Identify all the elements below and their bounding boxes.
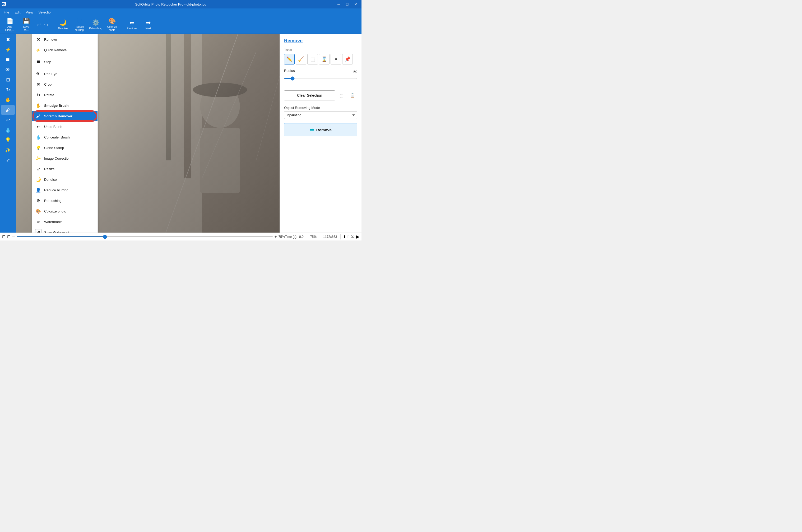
undo-button[interactable]: ↩ [36, 21, 42, 28]
redo-button[interactable]: ↪ [43, 21, 50, 28]
minimize-button[interactable]: ─ [335, 1, 342, 8]
left-tool-stop[interactable]: ⏹ [1, 55, 15, 64]
clone-stamp-icon: 💡 [35, 145, 41, 151]
menu-item-resize[interactable]: ⤢ Resize [32, 164, 97, 174]
zoom-slider[interactable] [17, 236, 273, 237]
status-crop-icon[interactable]: ⊡ [7, 234, 11, 239]
retouching-button[interactable]: ⚙️ Retouching [88, 17, 103, 33]
add-files-button[interactable]: 📄 AddFile(s)... [2, 17, 17, 33]
reduce-blurring-button[interactable]: 👤 Reduceblurring [72, 17, 87, 33]
status-select-icon[interactable]: ⊡ [2, 234, 5, 239]
mode-select[interactable]: Inpainting Content Aware Pattern Fill [284, 111, 357, 119]
save-selection-button[interactable]: ⬚ [337, 91, 346, 100]
menu-item-undo-brush[interactable]: ↩ Undo Brush [32, 121, 97, 132]
menu-item-remove[interactable]: ✖ Remove [32, 34, 97, 45]
left-tool-remove[interactable]: ✖ [1, 35, 15, 44]
twitter-button[interactable]: 𝕏 [351, 234, 354, 239]
menu-item-retouching[interactable]: ⚙ Retouching [32, 195, 97, 206]
left-tool-red-eye[interactable]: 👁 [1, 65, 15, 75]
load-selection-button[interactable]: 📋 [348, 91, 357, 100]
left-tool-scratch-remover[interactable]: 🖌 [1, 105, 15, 115]
previous-icon: ⬅ [130, 19, 134, 26]
denoise-label: Denoise [58, 27, 68, 30]
left-tool-smudge[interactable]: ✋ [1, 95, 15, 104]
colorize-button[interactable]: 🎨 Colorizephoto [104, 17, 120, 33]
reduce-blurring-menu-icon: 👤 [35, 187, 41, 193]
next-button[interactable]: ➡ Next [140, 17, 156, 33]
denoise-button[interactable]: 🌙 Denoise [55, 17, 71, 33]
canvas-area[interactable]: ✖ Remove ⚡ Quick Remove ⏹ Stop 👁 Red Eye… [16, 34, 280, 232]
menu-item-reduce-blurring[interactable]: 👤 Reduce blurring [32, 185, 97, 195]
window-title: SoftOrbits Photo Retoucher Pro - old-pho… [135, 2, 206, 6]
add-files-label: AddFile(s)... [5, 25, 15, 32]
zoom-out-button[interactable]: ─ [12, 234, 15, 239]
menu-item-rotate[interactable]: ↻ Rotate [32, 90, 97, 100]
menu-item-clone-stamp[interactable]: 💡 Clone Stamp [32, 142, 97, 153]
svg-point-7 [200, 84, 240, 128]
reduce-blurring-menu-label: Reduce blurring [44, 188, 69, 192]
left-tool-resize[interactable]: ⤢ [1, 155, 15, 165]
crop-label: Crop [44, 82, 52, 87]
time-label: Time (s): 0.0 [285, 235, 304, 239]
previous-button[interactable]: ⬅ Previous [124, 17, 139, 33]
app-logo: 🖼 [2, 2, 6, 6]
menu-item-colorize[interactable]: 🎨 Colorize photo [32, 206, 97, 216]
correction-icon: ✨ [35, 155, 41, 162]
left-tool-crop[interactable]: ⊡ [1, 75, 15, 84]
menu-item-red-eye[interactable]: 👁 Red Eye [32, 69, 97, 79]
menu-item-watermarks[interactable]: © Watermarks [32, 216, 97, 227]
facebook-button[interactable]: f [347, 234, 348, 239]
close-button[interactable]: ✕ [352, 1, 359, 8]
left-tool-undo-brush[interactable]: ↩ [1, 115, 15, 125]
tool-rect-select[interactable]: ⬚ [307, 54, 318, 64]
reduce-blurring-label: Reduceblurring [75, 25, 84, 32]
zoom-in-button[interactable]: + [274, 234, 277, 239]
info-button[interactable]: ℹ [344, 234, 345, 239]
menu-selection[interactable]: Selection [36, 9, 55, 15]
menu-item-save-watermark[interactable]: W Save Watermark [32, 227, 97, 232]
tool-stamp[interactable]: 📌 [342, 54, 353, 64]
menu-item-quick-remove[interactable]: ⚡ Quick Remove [32, 45, 97, 55]
menu-item-smudge[interactable]: ✋ Smudge Brush [32, 100, 97, 111]
menu-view[interactable]: View [23, 9, 36, 15]
clear-selection-button[interactable]: Clear Selection [284, 90, 335, 100]
svg-rect-9 [200, 128, 240, 193]
left-tool-correction[interactable]: ✨ [1, 145, 15, 155]
status-right: Time (s): 0.0 75% 1172x663 ℹ f 𝕏 ▶ [285, 234, 359, 240]
share-button[interactable]: ▶ [356, 234, 359, 239]
left-tool-rotate[interactable]: ↻ [1, 85, 15, 95]
menu-file[interactable]: File [1, 9, 12, 15]
undo-brush-label: Undo Brush [44, 125, 62, 129]
previous-label: Previous [127, 27, 137, 30]
menu-item-stop[interactable]: ⏹ Stop [32, 57, 97, 67]
tool-magic[interactable]: ✦ [330, 54, 341, 64]
denoise-menu-icon: 🌙 [35, 176, 41, 183]
tool-eraser[interactable]: 🧹 [296, 54, 306, 64]
correction-label: Image Correction [44, 156, 71, 160]
red-eye-label: Red Eye [44, 72, 57, 76]
maximize-button[interactable]: □ [344, 1, 351, 8]
remove-button[interactable]: ➡ Remove [284, 123, 357, 136]
toolbar-separator-2 [122, 18, 122, 32]
tool-lasso[interactable]: ⌛ [319, 54, 329, 64]
retouching-icon: ⚙️ [92, 19, 99, 26]
menu-item-scratch-remover[interactable]: 🖌 Scratch Remover [32, 111, 97, 121]
resize-label: Resize [44, 167, 55, 171]
save-as-button[interactable]: 💾 Saveas... [19, 17, 34, 33]
stop-label: Stop [44, 60, 51, 64]
menu-item-crop[interactable]: ⊡ Crop [32, 79, 97, 90]
tool-pencil[interactable]: ✏️ [284, 54, 294, 64]
red-eye-icon: 👁 [35, 71, 41, 77]
menu-edit[interactable]: Edit [12, 9, 23, 15]
left-tool-quick-remove[interactable]: ⚡ [1, 45, 15, 54]
menu-item-correction[interactable]: ✨ Image Correction [32, 153, 97, 164]
radius-slider[interactable] [284, 78, 357, 79]
menu-item-concealer[interactable]: 💧 Concealer Brush [32, 132, 97, 142]
undo-redo-group: ↩ ↪ [36, 21, 50, 28]
dropdown-menu: ✖ Remove ⚡ Quick Remove ⏹ Stop 👁 Red Eye… [32, 34, 98, 232]
panel-title: Remove [284, 38, 357, 44]
toolbar-separator-1 [53, 18, 53, 32]
left-tool-clone-stamp[interactable]: 💡 [1, 135, 15, 145]
menu-item-denoise[interactable]: 🌙 Denoise [32, 174, 97, 185]
left-tool-concealer[interactable]: 💧 [1, 125, 15, 135]
